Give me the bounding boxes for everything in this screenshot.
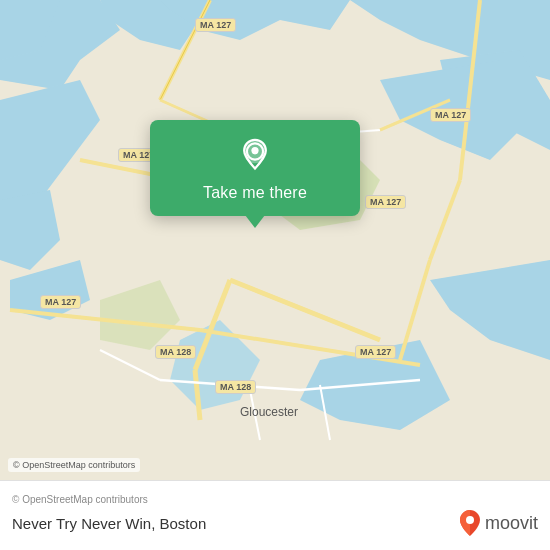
popup-card: Take me there	[150, 120, 360, 216]
location-pin-icon	[237, 138, 273, 174]
trip-title: Never Try Never Win, Boston	[12, 515, 206, 532]
take-me-there-button[interactable]: Take me there	[203, 184, 307, 202]
map-attribution: © OpenStreetMap contributors	[8, 458, 140, 472]
moovit-logo: moovit	[459, 509, 538, 537]
bottom-info: Never Try Never Win, Boston moovit	[12, 509, 538, 537]
map-container: MA 127 MA 127 MA 127 MA 127 MA 127 MA 12…	[0, 0, 550, 480]
svg-point-24	[466, 516, 474, 524]
moovit-label: moovit	[485, 513, 538, 534]
bottom-bar: © OpenStreetMap contributors Never Try N…	[0, 480, 550, 550]
road-label-5: MA 127	[355, 345, 396, 359]
road-label-8: MA 128	[215, 380, 256, 394]
moovit-pin-icon	[459, 509, 481, 537]
road-label-2: MA 127	[430, 108, 471, 122]
road-label-3: MA 127	[365, 195, 406, 209]
svg-point-23	[251, 147, 258, 154]
road-label-1: MA 127	[195, 18, 236, 32]
road-label-4: MA 127	[40, 295, 81, 309]
attribution-text: © OpenStreetMap contributors	[12, 494, 538, 505]
road-label-6: MA 128	[155, 345, 196, 359]
